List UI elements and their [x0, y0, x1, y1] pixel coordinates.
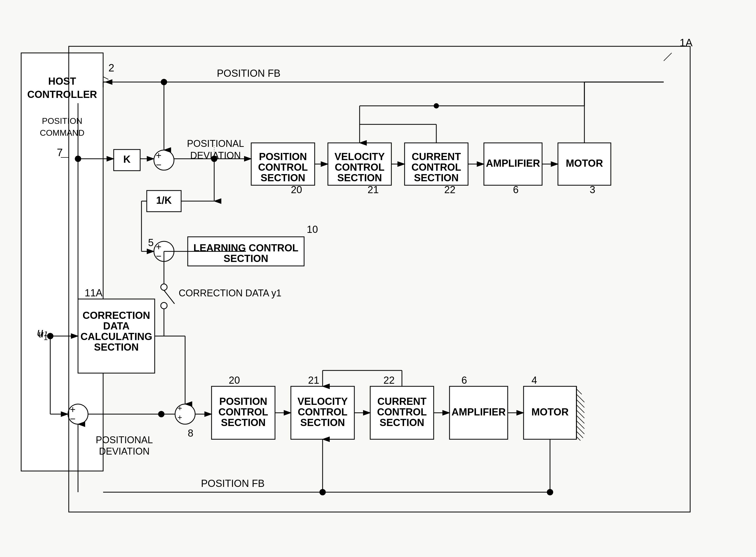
pos-ctrl-top-label2: CONTROL — [258, 162, 308, 173]
ref-22-top: 22 — [444, 184, 455, 195]
sum-minus-top: − — [156, 159, 161, 170]
ref-10: 10 — [307, 224, 318, 235]
vel-ctrl-top-label1: VELOCITY — [335, 151, 385, 162]
k-label: K — [123, 154, 131, 165]
node-top-fb-junction — [161, 79, 167, 85]
switch-terminal1 — [161, 284, 167, 290]
ref-5: 5 — [148, 237, 154, 248]
cur-ctrl-top-label2: CONTROL — [411, 162, 461, 173]
node-pos-dev-bot — [158, 411, 164, 417]
pos-fb-top-label: POSITION FB — [217, 68, 281, 79]
sum-plus-bot-r2: + — [178, 413, 182, 422]
ref-20-top: 20 — [291, 184, 302, 195]
host-controller-box — [21, 53, 103, 471]
node-top-fb — [434, 103, 439, 109]
ref-6-top: 6 — [513, 184, 518, 195]
cur-ctrl-top-label3: SECTION — [414, 172, 459, 183]
pos-ctrl-top-label3: SECTION — [261, 172, 306, 183]
ref-2: 2 — [108, 62, 114, 74]
cur-ctrl-bot-label1: CURRENT — [377, 396, 427, 407]
diagram-svg: HOST CONTROLLER POSITION COMMAND K + − 1… — [0, 0, 756, 557]
ref-3: 3 — [590, 184, 595, 195]
ref-20-bot: 20 — [229, 375, 240, 386]
cur-ctrl-bot-label2: CONTROL — [377, 406, 427, 417]
switch-terminal2 — [161, 302, 167, 309]
pos-ctrl-bot-label1: POSITION — [219, 396, 267, 407]
svg-rect-4 — [0, 0, 756, 557]
ref-u1-text: u₁ — [37, 326, 48, 339]
ref-22-bot: 22 — [383, 375, 395, 386]
cur-ctrl-bot-label3: SECTION — [380, 417, 424, 428]
node-bot-fb-vel — [319, 489, 326, 495]
vel-ctrl-bot-label3: SECTION — [301, 417, 345, 428]
pos-ctrl-top-label1: POSITION — [259, 151, 307, 162]
motor-bot-label: MOTOR — [532, 406, 569, 417]
ref-21-top: 21 — [368, 184, 379, 195]
inv-k-label: 1/K — [156, 195, 172, 206]
position-command-label: POSITION — [42, 116, 83, 126]
learn-ctrl-label1: LEARNING CONTROL — [194, 242, 298, 254]
learn-ctrl-label2: SECTION — [224, 253, 269, 264]
amp-bot-label: AMPLIFIER — [452, 406, 506, 417]
positional-dev-bot-label2: DEVIATION — [99, 446, 149, 457]
motor-top-label: MOTOR — [566, 158, 603, 169]
vel-ctrl-bot-label2: CONTROL — [298, 406, 347, 417]
ref-7: 7 — [57, 147, 63, 158]
corr-data-y1-label: CORRECTION DATA y1 — [179, 288, 282, 298]
vel-ctrl-top-label3: SECTION — [338, 172, 382, 183]
vel-ctrl-top-label2: CONTROL — [335, 162, 384, 173]
pos-ctrl-bot-label2: CONTROL — [218, 406, 268, 417]
sum-minus-bot-left: − — [70, 413, 75, 424]
cur-ctrl-top-label1: CURRENT — [412, 151, 461, 162]
host-controller-label: HOST — [48, 76, 76, 87]
ref-8: 8 — [188, 428, 193, 439]
ref-11A: 11A — [85, 287, 103, 298]
sum-plus-bot-r1: + — [178, 404, 182, 413]
corr-data-calc-label4: SECTION — [94, 342, 139, 353]
positional-dev-top-label1: POSITIONAL — [187, 138, 244, 149]
positional-dev-bot-label1: POSITIONAL — [96, 435, 153, 445]
amp-top-label: AMPLIFIER — [486, 158, 540, 169]
corr-data-calc-label2: DATA — [103, 320, 130, 331]
corr-data-calc-label3: CALCULATING — [81, 331, 152, 342]
pos-ctrl-bot-label3: SECTION — [221, 417, 266, 428]
vel-ctrl-bot-label1: VELOCITY — [297, 396, 348, 407]
corr-data-calc-label1: CORRECTION — [83, 310, 150, 321]
ref-4: 4 — [532, 375, 537, 386]
sum-minus-learn: − — [156, 251, 161, 261]
ref-6-bot: 6 — [462, 375, 467, 386]
ref-21-bot: 21 — [308, 375, 319, 386]
host-controller-label2: CONTROLLER — [27, 89, 97, 100]
pos-fb-bot-label: POSITION FB — [201, 478, 265, 489]
